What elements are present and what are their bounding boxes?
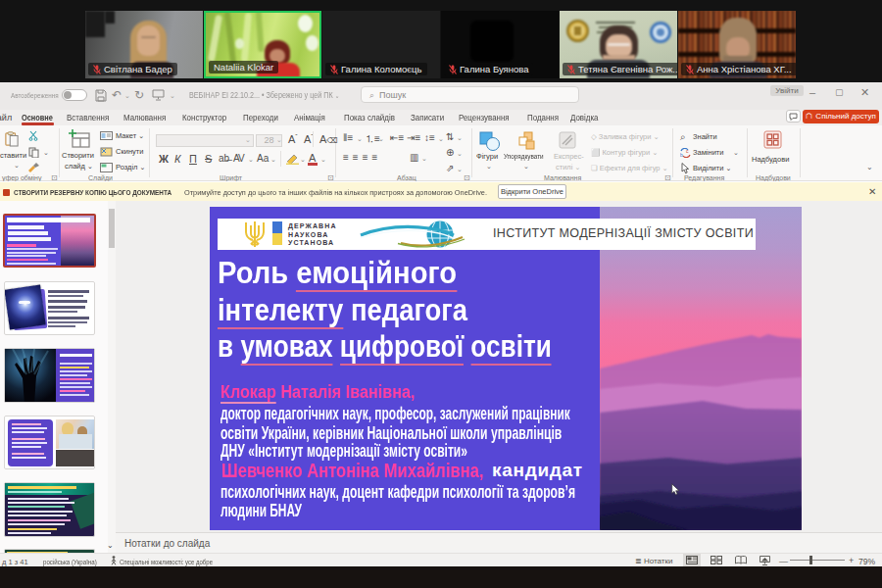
svg-text:b: b [680,152,683,158]
svg-text:c: c [686,148,689,154]
